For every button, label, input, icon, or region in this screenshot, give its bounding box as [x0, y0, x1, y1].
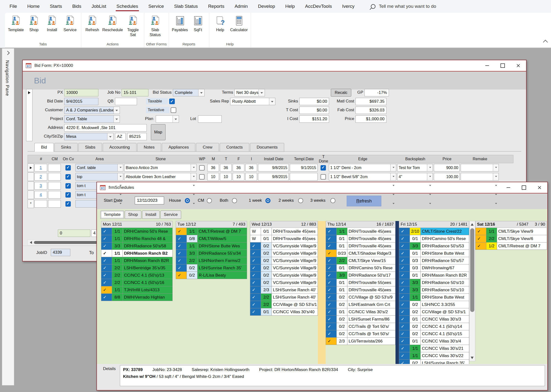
schedule-job-row[interactable]: ✓2/2CMLT/Skye View/15 [326, 257, 395, 264]
help-button[interactable]: ?Help [211, 14, 229, 33]
schedule-job-row[interactable]: ✓0/1DRH/Stone Butte West [399, 250, 469, 257]
fab-cost-field[interactable]: $326.03 [355, 107, 386, 114]
cm-cell[interactable] [48, 182, 61, 190]
tab-crew[interactable]: Crew [196, 143, 219, 152]
schedule-job-row[interactable]: ✓3/3DRH/Radiance 50's/10 [399, 286, 469, 294]
tab-shop[interactable]: Shop [125, 211, 141, 219]
schedule-job-row[interactable]: ✓0/2VC/Sunnyside Village/9 [250, 279, 318, 286]
i-cell[interactable]: 10 [245, 173, 257, 181]
payables-button[interactable]: Payables [171, 14, 189, 33]
menu-slab-status[interactable]: Slab Status [169, 1, 203, 12]
taxable-checkbox[interactable] [169, 99, 175, 104]
schedule-job-row[interactable]: ✓0/2LSH/Eastmark Grn Crt [326, 301, 395, 308]
menu-ivercy[interactable]: Ivercy [337, 1, 360, 12]
sqft-button[interactable]: SqFt [189, 14, 207, 33]
house-radio[interactable] [185, 198, 190, 203]
tab-documents[interactable]: Documents [250, 143, 284, 152]
bid-date-field[interactable]: 9/4/2015 [64, 98, 98, 105]
tab-template[interactable]: Template [100, 211, 124, 219]
menu-file[interactable]: File [4, 1, 22, 12]
schedule-job-row[interactable]: ✓2/10CMLT/Stone Crest/22 [399, 228, 469, 235]
plan-select[interactable] [156, 115, 179, 123]
lot-field[interactable] [198, 115, 222, 123]
scroll-down-icon[interactable] [471, 357, 474, 359]
stone-cell[interactable]: Absolute Green 3cm Leather [124, 173, 197, 181]
recalc-button[interactable]: Recalc [331, 89, 351, 97]
schedule-job-row[interactable]: ✓1/1DRH/Stone Butte Wes [176, 242, 247, 250]
sales-rep-select[interactable]: Rusty Abbott [230, 98, 275, 105]
wp-checkbox[interactable] [199, 174, 205, 180]
schedule-job-row[interactable]: ✓1/1CC/NCC Villas 30's/22 [399, 352, 469, 360]
schedule-job-row[interactable]: ✓0/2LSH/Sunrise Ranch 35' [176, 264, 247, 272]
tab-service[interactable]: Service [160, 211, 181, 219]
remake-cell[interactable] [461, 173, 499, 181]
menu-help[interactable]: Help [280, 1, 300, 12]
tentative-checkbox[interactable] [171, 107, 176, 113]
templ_date-cell[interactable]: 9/1/2015 [290, 164, 318, 171]
tab-contacts[interactable]: Contacts [220, 143, 249, 152]
reschedule-button[interactable]: Reschedule [101, 14, 124, 33]
schedule-job-row[interactable]: ✓1/2CMLT/Retreat @ DM 7 [475, 242, 547, 250]
sinks-field[interactable]: $0.00 [299, 98, 329, 105]
tab-appliances[interactable]: Appliances [162, 143, 195, 152]
schedule-job-row[interactable]: ✓0/2CC/Trails @ Tort 50's/ [326, 323, 395, 330]
schedule-job-row[interactable]: ✓1/1TJH/Infill Lots/4313 [101, 286, 173, 294]
schedule-job-row[interactable]: ✓0/2R-L/Lisa Beaty [176, 272, 247, 279]
schedules-titlebar[interactable]: frmSchedules [97, 182, 547, 193]
remake-cell[interactable] [461, 164, 499, 171]
schedule-job-row[interactable]: ✓0/1DRH/Trouvaille 45(wes [326, 242, 395, 250]
on_cv-checkbox[interactable] [65, 165, 71, 171]
f-cell[interactable]: 10 [233, 173, 244, 181]
area-cell[interactable]: top [75, 173, 123, 181]
job-no-field[interactable]: 15-101 [122, 89, 148, 96]
install-button[interactable]: Install [43, 14, 61, 33]
schedule-job-row[interactable]: ✓2/2CC/Village @ SD 53's/1 [250, 301, 318, 308]
schedule-job-row[interactable]: ✓1/1CMLT/Skye View/9 [475, 228, 547, 235]
close-button[interactable] [510, 60, 526, 71]
one-week-radio[interactable] [265, 198, 270, 203]
install_date-cell[interactable]: 9/8/2015 [258, 164, 289, 171]
schedule-job-row[interactable]: ✓3/3DRH/Radiance 50's/58 [101, 242, 173, 250]
schedule-job-row[interactable]: ✓0/2CC/Village @ SD 53's/1 [399, 308, 469, 316]
on_cv-checkbox[interactable] [65, 174, 71, 180]
price-cell[interactable]: 900.00 [434, 164, 460, 171]
project-select[interactable]: Conf. Table [64, 115, 120, 123]
edge-cell[interactable]: 1 1/2" Bevel 5/8" 2cm [329, 173, 396, 181]
menu-accdevtools[interactable]: AccDevTools [300, 1, 337, 12]
t_done-checkbox[interactable] [321, 174, 326, 180]
row-selector[interactable] [28, 191, 34, 199]
record-selector[interactable] [26, 89, 32, 141]
collapse-ribbon-icon[interactable] [543, 40, 548, 45]
schedule-job-row[interactable]: W0/1DRH/Trouvaille 45(wes [250, 235, 318, 242]
row-selector[interactable]: * [28, 200, 34, 208]
maximize-button[interactable] [516, 182, 532, 193]
tab-accounting[interactable]: Accounting [103, 143, 136, 152]
t-cost-field[interactable]: $0.00 [299, 107, 329, 114]
on_cv-checkbox[interactable] [65, 192, 71, 198]
tell-me-search[interactable]: Tell me what you want to do [371, 4, 436, 9]
f-cell[interactable]: 36 [233, 164, 244, 171]
area-cell[interactable]: Conf. table [75, 164, 123, 171]
cm-cell[interactable] [48, 200, 61, 208]
menu-develop[interactable]: Develop [253, 1, 280, 12]
service-button[interactable]: Service [61, 14, 79, 33]
schedule-job-row[interactable]: ✓2/2CMLT/Skye View/6 [475, 235, 547, 242]
price-field[interactable]: $1,000.00 [355, 115, 386, 123]
wp-checkbox[interactable] [199, 165, 205, 171]
close-button[interactable] [532, 182, 547, 193]
install_date-cell[interactable]: 9/8/2015 [258, 173, 289, 181]
schedule-job-row[interactable]: ✓0/23CMLT/Shadow Ridge/3 [326, 250, 395, 257]
slab-status-button[interactable]: Slab Status [146, 14, 164, 38]
schedule-job-row[interactable]: ✓0/1CC/NCC Villas 30's/40 [250, 308, 318, 316]
schedule-job-row[interactable]: ✓2/3LSH/Sunrise Ranch 40' [250, 286, 318, 294]
schedule-job-row[interactable]: ✓0/3DWH/Ironwing/67 [399, 264, 469, 272]
backsplash-cell[interactable]: 4" [397, 173, 433, 181]
i-cell[interactable]: 36 [245, 164, 257, 171]
schedule-job-row[interactable]: ✓0/1CC/NCC Villas 30's/3 [399, 316, 469, 323]
map-button[interactable]: Map [151, 124, 166, 140]
terms-select[interactable]: Net 30 days [234, 89, 265, 96]
t-cell[interactable]: 36 [220, 164, 232, 171]
num-cell[interactable]: 2 [34, 173, 47, 181]
schedule-job-row[interactable]: W0/1DRH/Trouvaille 45(wes [250, 228, 318, 235]
row-selector[interactable] [28, 163, 34, 172]
